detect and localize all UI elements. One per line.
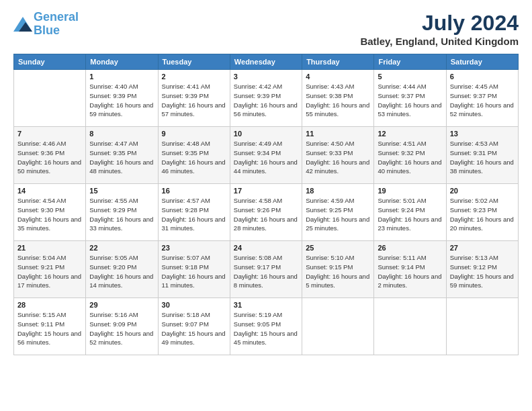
sunset-text: Sunset: 9:07 PM: [162, 320, 209, 328]
calendar-cell: 19 Sunrise: 5:01 AM Sunset: 9:24 PM Dayl…: [374, 184, 446, 241]
sunrise-text: Sunrise: 5:18 AM: [162, 311, 210, 318]
sunset-text: Sunset: 9:14 PM: [378, 263, 425, 271]
sunrise-text: Sunrise: 5:02 AM: [450, 197, 498, 204]
sunset-text: Sunset: 9:20 PM: [89, 263, 136, 271]
daylight-text: Daylight: 16 hours and 53 minutes.: [378, 101, 441, 118]
day-number: 4: [306, 73, 370, 81]
th-wednesday: Wednesday: [230, 54, 302, 70]
day-number: 31: [234, 301, 298, 309]
day-number: 11: [306, 130, 370, 138]
day-info: Sunrise: 4:58 AM Sunset: 9:26 PM Dayligh…: [234, 196, 298, 233]
sunrise-text: Sunrise: 5:05 AM: [89, 254, 138, 261]
th-monday: Monday: [86, 54, 158, 70]
sunrise-text: Sunrise: 4:55 AM: [89, 197, 138, 204]
calendar-week-3: 14 Sunrise: 4:54 AM Sunset: 9:30 PM Dayl…: [14, 184, 519, 241]
sunrise-text: Sunrise: 4:45 AM: [450, 83, 498, 90]
day-number: 3: [234, 73, 298, 81]
day-number: 27: [450, 244, 515, 252]
calendar-cell: 8 Sunrise: 4:47 AM Sunset: 9:35 PM Dayli…: [86, 127, 158, 184]
daylight-text: Daylight: 15 hours and 49 minutes.: [162, 330, 226, 347]
day-info: Sunrise: 5:11 AM Sunset: 9:14 PM Dayligh…: [378, 253, 442, 290]
sunrise-text: Sunrise: 4:47 AM: [89, 140, 138, 147]
day-number: 5: [378, 73, 442, 81]
main-title: July 2024: [360, 11, 519, 36]
day-number: 6: [450, 73, 515, 81]
sunrise-text: Sunrise: 5:16 AM: [89, 311, 138, 318]
sunset-text: Sunset: 9:11 PM: [17, 320, 64, 328]
sunrise-text: Sunrise: 4:50 AM: [306, 140, 354, 147]
daylight-text: Daylight: 16 hours and 50 minutes.: [17, 158, 81, 175]
sunset-text: Sunset: 9:15 PM: [306, 263, 353, 271]
sunrise-text: Sunrise: 4:46 AM: [17, 140, 66, 147]
day-info: Sunrise: 4:40 AM Sunset: 9:39 PM Dayligh…: [89, 82, 154, 119]
calendar-cell: 5 Sunrise: 4:44 AM Sunset: 9:37 PM Dayli…: [374, 70, 446, 127]
subtitle: Batley, England, United Kingdom: [360, 36, 519, 47]
day-info: Sunrise: 4:48 AM Sunset: 9:35 PM Dayligh…: [162, 139, 226, 176]
sunrise-text: Sunrise: 5:01 AM: [378, 197, 426, 204]
sunset-text: Sunset: 9:34 PM: [234, 149, 281, 156]
day-number: 12: [378, 130, 442, 138]
sunrise-text: Sunrise: 5:07 AM: [162, 254, 210, 261]
sunset-text: Sunset: 9:38 PM: [306, 92, 353, 99]
calendar-cell: 4 Sunrise: 4:43 AM Sunset: 9:38 PM Dayli…: [302, 70, 374, 127]
sunset-text: Sunset: 9:35 PM: [89, 149, 136, 156]
day-info: Sunrise: 4:46 AM Sunset: 9:36 PM Dayligh…: [17, 139, 82, 176]
day-info: Sunrise: 4:54 AM Sunset: 9:30 PM Dayligh…: [17, 196, 82, 233]
calendar-cell: 2 Sunrise: 4:41 AM Sunset: 9:39 PM Dayli…: [158, 70, 230, 127]
day-number: 28: [17, 301, 82, 309]
calendar-cell: 7 Sunrise: 4:46 AM Sunset: 9:36 PM Dayli…: [14, 127, 86, 184]
sunset-text: Sunset: 9:21 PM: [17, 263, 64, 271]
day-number: 9: [162, 130, 226, 138]
day-number: 29: [89, 301, 154, 309]
calendar-cell: 24 Sunrise: 5:08 AM Sunset: 9:17 PM Dayl…: [230, 241, 302, 298]
sunset-text: Sunset: 9:18 PM: [162, 263, 209, 271]
calendar-cell: [374, 298, 446, 355]
calendar-week-4: 21 Sunrise: 5:04 AM Sunset: 9:21 PM Dayl…: [14, 241, 519, 298]
sunrise-text: Sunrise: 5:04 AM: [17, 254, 66, 261]
calendar-cell: 25 Sunrise: 5:10 AM Sunset: 9:15 PM Dayl…: [302, 241, 374, 298]
day-number: 23: [162, 244, 226, 252]
day-info: Sunrise: 4:45 AM Sunset: 9:37 PM Dayligh…: [450, 82, 515, 119]
calendar-cell: 14 Sunrise: 4:54 AM Sunset: 9:30 PM Dayl…: [14, 184, 86, 241]
calendar-cell: [14, 70, 86, 127]
calendar-header: Sunday Monday Tuesday Wednesday Thursday…: [14, 54, 519, 70]
day-info: Sunrise: 5:13 AM Sunset: 9:12 PM Dayligh…: [450, 253, 515, 290]
day-info: Sunrise: 5:19 AM Sunset: 9:05 PM Dayligh…: [234, 310, 298, 347]
day-number: 10: [234, 130, 298, 138]
day-number: 25: [306, 244, 370, 252]
sunset-text: Sunset: 9:17 PM: [234, 263, 281, 271]
calendar-cell: 15 Sunrise: 4:55 AM Sunset: 9:29 PM Dayl…: [86, 184, 158, 241]
sunset-text: Sunset: 9:39 PM: [162, 92, 209, 99]
day-info: Sunrise: 4:53 AM Sunset: 9:31 PM Dayligh…: [450, 139, 515, 176]
th-saturday: Saturday: [446, 54, 518, 70]
sunrise-text: Sunrise: 4:53 AM: [450, 140, 498, 147]
daylight-text: Daylight: 16 hours and 46 minutes.: [162, 158, 226, 175]
daylight-text: Daylight: 16 hours and 55 minutes.: [306, 101, 369, 118]
daylight-text: Daylight: 15 hours and 59 minutes.: [450, 273, 514, 289]
day-number: 20: [450, 187, 515, 195]
day-number: 15: [89, 187, 154, 195]
logo-blue: Blue: [34, 24, 60, 37]
daylight-text: Daylight: 16 hours and 14 minutes.: [89, 273, 153, 289]
daylight-text: Daylight: 16 hours and 17 minutes.: [17, 273, 81, 289]
day-number: 7: [17, 130, 82, 138]
daylight-text: Daylight: 16 hours and 20 minutes.: [450, 216, 514, 232]
page: General Blue July 2024 Batley, England, …: [0, 0, 532, 411]
day-info: Sunrise: 5:16 AM Sunset: 9:09 PM Dayligh…: [89, 310, 154, 347]
th-thursday: Thursday: [302, 54, 374, 70]
daylight-text: Daylight: 16 hours and 23 minutes.: [378, 216, 441, 232]
sunset-text: Sunset: 9:33 PM: [306, 149, 353, 156]
day-number: 19: [378, 187, 442, 195]
calendar-cell: 10 Sunrise: 4:49 AM Sunset: 9:34 PM Dayl…: [230, 127, 302, 184]
calendar-cell: 9 Sunrise: 4:48 AM Sunset: 9:35 PM Dayli…: [158, 127, 230, 184]
calendar-week-2: 7 Sunrise: 4:46 AM Sunset: 9:36 PM Dayli…: [14, 127, 519, 184]
day-info: Sunrise: 5:07 AM Sunset: 9:18 PM Dayligh…: [162, 253, 226, 290]
daylight-text: Daylight: 16 hours and 33 minutes.: [89, 216, 153, 232]
day-number: 21: [17, 244, 82, 252]
calendar-cell: 31 Sunrise: 5:19 AM Sunset: 9:05 PM Dayl…: [230, 298, 302, 355]
daylight-text: Daylight: 16 hours and 44 minutes.: [234, 158, 298, 175]
logo: General Blue: [13, 11, 79, 38]
calendar-cell: 12 Sunrise: 4:51 AM Sunset: 9:32 PM Dayl…: [374, 127, 446, 184]
sunset-text: Sunset: 9:31 PM: [450, 149, 497, 156]
day-info: Sunrise: 4:51 AM Sunset: 9:32 PM Dayligh…: [378, 139, 442, 176]
